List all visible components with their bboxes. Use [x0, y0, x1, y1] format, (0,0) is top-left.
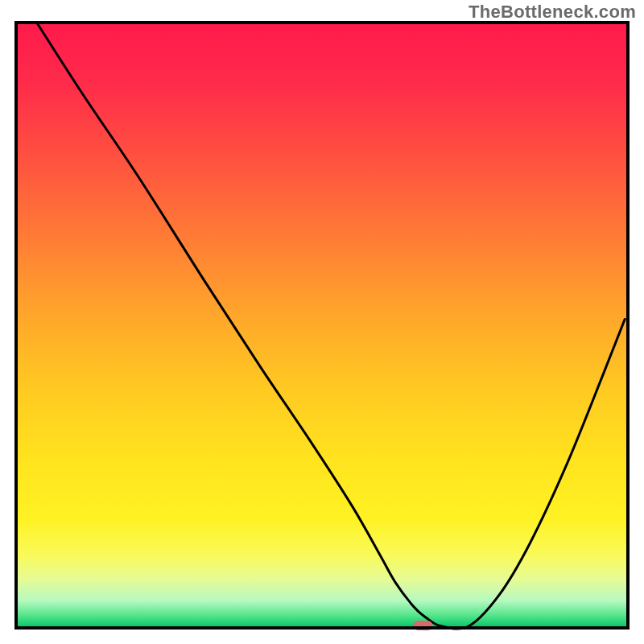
plot-background	[16, 23, 628, 628]
watermark-text: TheBottleneck.com	[469, 2, 636, 23]
chart-container: TheBottleneck.com	[0, 0, 644, 644]
bottleneck-chart	[0, 0, 644, 644]
